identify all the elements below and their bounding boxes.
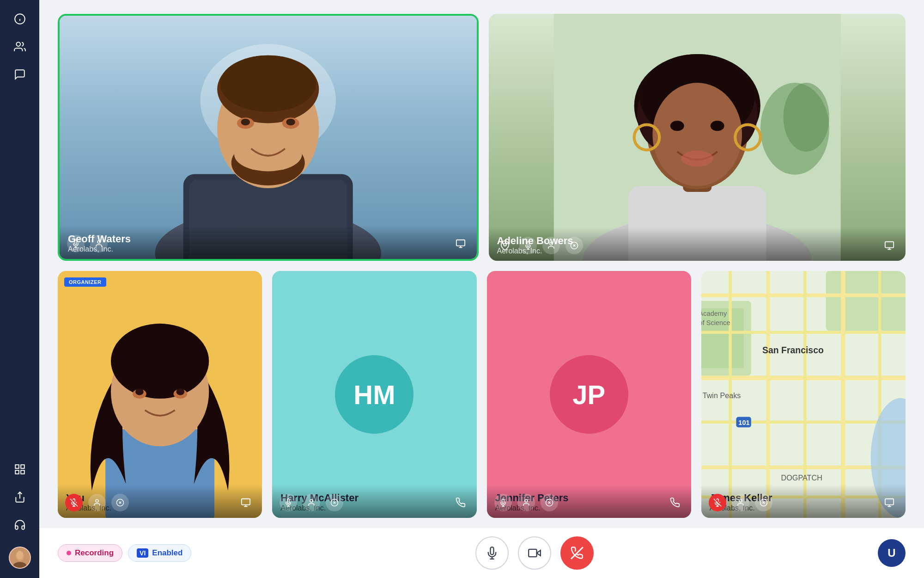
svg-rect-5: [21, 465, 24, 468]
center-controls: [475, 536, 594, 570]
svg-rect-57: [885, 242, 894, 248]
participant-card-you[interactable]: ORGANIZER You Aerolabs, Inc.: [58, 271, 262, 518]
sidebar-icon-users[interactable]: [10, 37, 30, 56]
svg-rect-102: [766, 271, 770, 518]
jennifer-phone[interactable]: [666, 494, 684, 511]
svg-rect-7: [21, 470, 24, 474]
bottom-bar: Recording VI Enabled U: [39, 527, 924, 578]
geoff-monitor[interactable]: [452, 235, 469, 252]
svg-text:Twin Peaks: Twin Peaks: [702, 391, 741, 400]
top-row: Geoff Waters Aerolabs, Inc.: [58, 14, 906, 261]
adeline-monitor[interactable]: [881, 237, 898, 254]
jennifer-mic-btn[interactable]: [494, 494, 512, 511]
participant-card-adeline[interactable]: Adeline Bowers Aerolabs, Inc.: [489, 14, 906, 261]
svg-point-35: [783, 83, 829, 152]
you-controls: [65, 494, 129, 511]
svg-rect-104: [841, 271, 845, 518]
adeline-close-btn[interactable]: [565, 237, 583, 254]
svg-point-24: [286, 119, 295, 126]
svg-rect-6: [15, 470, 19, 474]
harry-phone[interactable]: [452, 494, 469, 511]
svg-point-20: [220, 55, 316, 112]
recording-badge[interactable]: Recording: [58, 544, 122, 562]
recording-dot: [67, 551, 71, 555]
jennifer-controls: [494, 494, 558, 511]
geoff-name: Geoff Waters: [68, 233, 468, 245]
adeline-user-btn[interactable]: [542, 237, 560, 254]
svg-point-81: [310, 499, 313, 502]
vi-badge[interactable]: VI Enabled: [128, 544, 191, 562]
sidebar-icon-grid[interactable]: [10, 460, 30, 479]
svg-rect-127: [529, 549, 537, 556]
bottom-row: ORGANIZER You Aerolabs, Inc.: [58, 271, 906, 518]
svg-point-48: [710, 121, 724, 131]
svg-point-3: [16, 42, 20, 46]
svg-point-67: [135, 388, 144, 395]
mic-control-btn[interactable]: [475, 536, 509, 570]
geoff-controls: [67, 235, 108, 252]
svg-text:San Francisco: San Francisco: [762, 345, 824, 355]
vi-prefix: VI: [137, 548, 148, 558]
you-monitor[interactable]: [237, 494, 255, 511]
camera-control-btn[interactable]: [518, 536, 551, 570]
svg-point-68: [176, 388, 185, 395]
corner-logo[interactable]: U: [878, 539, 906, 567]
geoff-mic-btn[interactable]: [67, 235, 85, 252]
james-user-btn[interactable]: [732, 494, 749, 511]
main-content: Geoff Waters Aerolabs, Inc.: [39, 0, 924, 578]
harry-user-btn[interactable]: [303, 494, 320, 511]
svg-rect-4: [15, 465, 19, 468]
geoff-user-btn[interactable]: [90, 235, 108, 252]
svg-point-23: [241, 119, 250, 126]
geoff-company: Aerolabs, Inc.: [68, 245, 468, 253]
svg-point-47: [670, 121, 684, 131]
you-user-btn[interactable]: [88, 494, 106, 511]
svg-point-72: [96, 499, 98, 502]
svg-point-64: [111, 324, 209, 399]
organizer-badge: ORGANIZER: [64, 277, 106, 287]
svg-point-50: [504, 243, 506, 246]
adeline-mic-btn[interactable]: [519, 237, 537, 254]
svg-rect-93: [701, 308, 744, 368]
james-close-btn[interactable]: [755, 494, 772, 511]
svg-text:of Science: of Science: [701, 319, 730, 326]
you-close-btn[interactable]: [111, 494, 129, 511]
participant-card-james[interactable]: San Francisco Twin Peaks DOGPATCH Academ…: [701, 271, 906, 518]
james-monitor[interactable]: [881, 494, 898, 511]
svg-text:101: 101: [738, 419, 749, 426]
harry-initials: HM: [335, 355, 413, 434]
jennifer-initials: JP: [550, 355, 628, 434]
participant-card-geoff[interactable]: Geoff Waters Aerolabs, Inc.: [58, 14, 479, 261]
recording-label: Recording: [75, 548, 114, 558]
sidebar: [0, 0, 39, 578]
end-call-btn[interactable]: [560, 536, 594, 570]
svg-point-12: [16, 551, 23, 559]
adeline-pin-btn[interactable]: [496, 237, 514, 254]
jennifer-close-btn[interactable]: [541, 494, 558, 511]
sidebar-icon-chat[interactable]: [10, 65, 30, 84]
svg-marker-126: [537, 550, 541, 556]
svg-text:DOGPATCH: DOGPATCH: [781, 473, 822, 482]
harry-mic-btn[interactable]: [280, 494, 297, 511]
user-avatar[interactable]: [9, 547, 31, 569]
james-controls: [709, 494, 772, 511]
james-mic-btn[interactable]: [709, 494, 726, 511]
jennifer-user-btn[interactable]: [517, 494, 535, 511]
svg-point-49: [681, 151, 713, 167]
sidebar-icon-headset[interactable]: [10, 515, 30, 535]
participant-card-harry[interactable]: HM Harry McAllister Aerolabs, Inc.: [272, 271, 476, 518]
adeline-controls: [496, 237, 583, 254]
vi-label: Enabled: [152, 548, 182, 558]
video-grid: Geoff Waters Aerolabs, Inc.: [39, 0, 924, 527]
you-mic-btn[interactable]: [65, 494, 83, 511]
participant-card-jennifer[interactable]: JP Jennifer Peters Aerolabs, Inc.: [487, 271, 691, 518]
svg-point-87: [525, 499, 528, 502]
svg-text:Academy: Academy: [701, 310, 727, 317]
svg-point-26: [234, 137, 302, 171]
sidebar-icon-share[interactable]: [10, 487, 30, 507]
sidebar-icon-info[interactable]: [10, 9, 30, 29]
svg-rect-76: [242, 499, 250, 505]
svg-point-29: [97, 240, 100, 243]
svg-rect-94: [826, 271, 906, 331]
harry-close-btn[interactable]: [326, 494, 343, 511]
